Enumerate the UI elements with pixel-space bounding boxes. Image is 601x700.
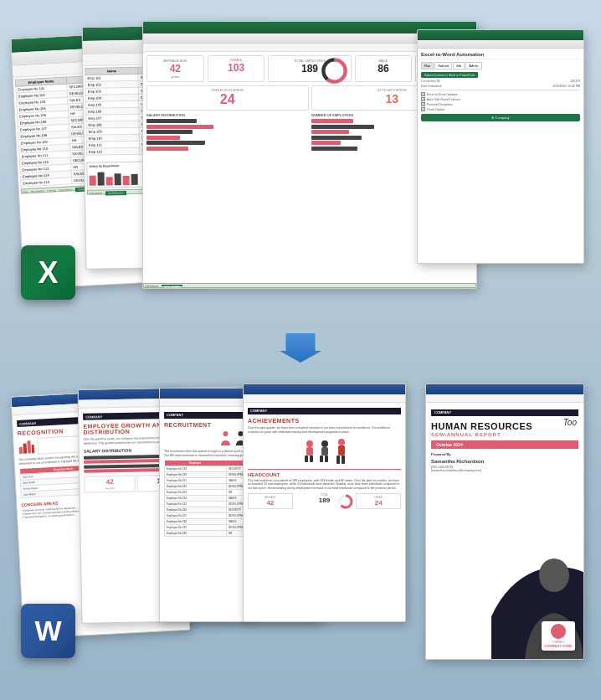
word-logo-inner: W xyxy=(21,604,75,658)
checkboxes-section: ✓ Excel-to-Excel Updates ✓ Auto-Hide Row… xyxy=(421,92,580,111)
hr-header-bar: COMPANY xyxy=(431,409,578,416)
word-toolbar-4 xyxy=(244,394,405,403)
hired-stat: HIRED IN US IN 6 MONTHS 24 xyxy=(146,85,309,111)
svg-rect-5 xyxy=(27,440,31,453)
excel-logo-inner: X xyxy=(21,245,75,300)
svg-point-18 xyxy=(338,439,345,445)
headcount-stats: AVG AGE 42 TOTAL 189 HIRED xyxy=(248,493,401,509)
svg-rect-17 xyxy=(325,456,328,462)
svg-rect-12 xyxy=(305,456,308,462)
submit-button[interactable]: Submit Content to Word or PowerPoint xyxy=(421,72,478,78)
excel-logo: X xyxy=(21,245,75,300)
excel-ribbon-4 xyxy=(418,30,583,40)
date-submitted: Date Submitted: 10/1/2024, 12:42 PM xyxy=(421,85,580,88)
svg-point-7 xyxy=(223,431,229,436)
donut-chart xyxy=(320,56,349,85)
tab-admin[interactable]: Admin xyxy=(465,62,481,69)
too-text: Too xyxy=(563,418,577,427)
word-card-achievements: COMPANY ACHIEVEMENTS Over the past quart… xyxy=(243,383,406,622)
svg-point-25 xyxy=(539,558,569,592)
svg-rect-15 xyxy=(321,447,328,456)
svg-rect-20 xyxy=(336,456,340,464)
svg-rect-19 xyxy=(338,445,345,456)
svg-rect-6 xyxy=(32,445,35,453)
hr-date-badge: October 2024 xyxy=(431,440,578,449)
svg-rect-21 xyxy=(342,456,345,464)
main-container: Employee NameDeptCountryGenderSalary Emp… xyxy=(0,0,601,700)
svg-rect-13 xyxy=(310,456,313,462)
word-ribbon-4 xyxy=(244,384,405,394)
salary-dist-chart: SALARY DISTRIBUTION xyxy=(146,113,308,152)
checkbox-templates: ✓ Personal Templates xyxy=(421,102,580,106)
svg-rect-3 xyxy=(19,447,23,454)
recognition-icon xyxy=(18,438,35,456)
word-header-bar-4: COMPANY xyxy=(248,408,401,414)
word-toolbar-5 xyxy=(426,394,583,403)
headcount-title: HEADCOUNT xyxy=(248,472,401,477)
svg-point-14 xyxy=(321,440,328,447)
tab-submit[interactable]: Submit xyxy=(434,62,451,69)
connection-info: Connection ID: 100179 xyxy=(421,80,580,83)
company-button[interactable]: ⊕ Company xyxy=(421,114,580,121)
bottom-section: COMPANY RECOGNITION Chart xyxy=(17,383,584,683)
word-body-achievements: COMPANY ACHIEVEMENTS Over the past quart… xyxy=(244,403,405,621)
word-logo: W xyxy=(21,604,75,658)
checkbox-excel: ✓ Excel-to-Excel Updates xyxy=(421,92,580,96)
female-stat: FEMALE 103 xyxy=(208,55,265,82)
avg-age-stat: AVERAGE AGE 42 years xyxy=(146,55,204,82)
dashboard-footer-tabs: Calculations DASHBOARD xyxy=(143,283,476,288)
word-ribbon-5 xyxy=(426,384,583,394)
checkbox-cloud: ✓ Cloud Update xyxy=(421,107,580,111)
company-logo-circle xyxy=(551,624,566,639)
tab-run[interactable]: Run xyxy=(421,62,434,69)
excel-automation-panel: Excel-to-Word Automation Run Submit Job … xyxy=(417,29,584,264)
top-section: Employee NameDeptCountryGenderSalary Emp… xyxy=(17,17,584,342)
direction-arrow xyxy=(17,333,584,383)
hr-report-content: COMPANY HUMAN RESOURCES SEMIANNUAL REPOR… xyxy=(426,403,583,660)
checkbox-autohide: ✓ Auto-Hide Rows/Columns xyxy=(421,97,580,101)
total-employees-stat: TOTAL EMPLOYEES 189 xyxy=(268,55,351,82)
svg-rect-11 xyxy=(306,447,313,456)
arrow-shaft xyxy=(280,333,321,363)
svg-rect-4 xyxy=(23,443,28,453)
word-card-hr-report: COMPANY HUMAN RESOURCES SEMIANNUAL REPOR… xyxy=(425,383,584,660)
svg-point-10 xyxy=(306,440,313,447)
company-badge: COMPANY COMPANY HOME xyxy=(542,621,575,651)
tab-job[interactable]: Job xyxy=(453,62,465,69)
panel-content: Excel-to-Word Automation Run Submit Job … xyxy=(418,49,583,125)
svg-rect-16 xyxy=(320,456,323,462)
excel-menu-4 xyxy=(418,40,583,49)
business-illustration xyxy=(248,437,401,466)
panel-tabs: Run Submit Job Admin xyxy=(421,62,580,69)
male-stat: MALE 86 xyxy=(355,55,413,82)
